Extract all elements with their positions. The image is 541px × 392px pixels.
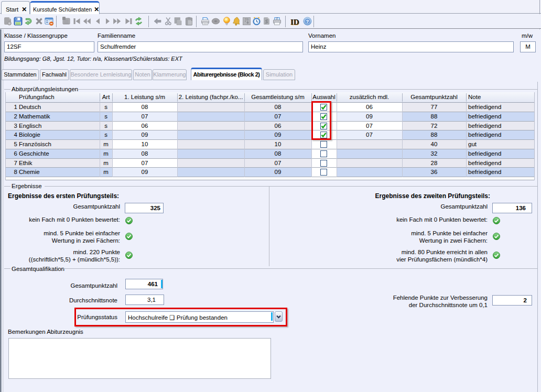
svg-text:TB: TB — [245, 18, 248, 21]
svg-text:?: ? — [306, 18, 309, 24]
